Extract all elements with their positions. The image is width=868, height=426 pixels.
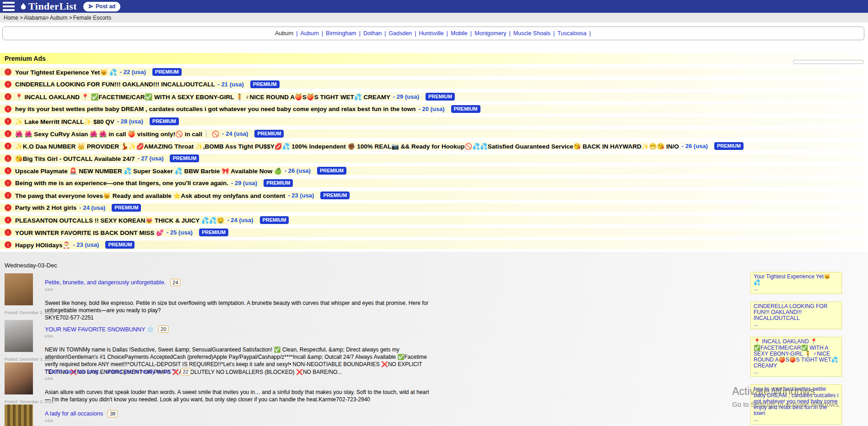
premium-badge[interactable]: PREMIUM [112, 204, 141, 212]
premium-ad-title-link[interactable]: PLEASANTON OUTCALLS !! SEXY KOREAN😻 THIC… [15, 217, 224, 224]
bump-up-icon [5, 106, 11, 112]
sidebar-ad-box[interactable]: CINDERELLA LOOKING FOR FUN!!! OAKLAND!!!… [750, 302, 842, 330]
premium-ad-row: ✨ Lake Merritt INCALL✨ $80 QV - 28 (usa)… [0, 117, 864, 126]
listing-title-link[interactable]: ""Don't stare too long… unless you're re… [45, 368, 176, 375]
premium-ad-row: 📍 INCALL OAKLAND 📍 ✅FACETIME/CAR✅ WITH A… [0, 92, 864, 101]
premium-ad-age-location: - 23 (usa) [73, 241, 99, 248]
premium-ad-age-location: - 23 (usa) [288, 192, 314, 199]
premium-ad-title-link[interactable]: Being with me is an experience—one that … [15, 180, 228, 186]
paper-plane-icon [88, 4, 94, 9]
top-navigation-bar: TinderList Post ad [0, 0, 868, 13]
premium-badge[interactable]: PREMIUM [105, 241, 135, 249]
breadcrumb-link[interactable]: Home > [4, 15, 23, 21]
premium-ad-title-link[interactable]: Upscale Playmate 🚨 NEW NUMBER 💦 Super So… [15, 167, 282, 175]
horizontal-scrollbar-thumb[interactable] [793, 60, 864, 64]
premium-ad-title-link[interactable]: Your Tightest Experience Yet😼 💦 [15, 69, 117, 76]
city-separator: | [359, 30, 361, 37]
listing-country: USA [45, 419, 434, 423]
premium-badge[interactable]: PREMIUM [152, 68, 182, 76]
listing-thumbnail[interactable] [5, 273, 33, 305]
post-ad-label: Post ad [96, 3, 115, 10]
listing-title-link[interactable]: YOUR NEW FAVORITE SNOWBUNNY ❄️ [45, 326, 154, 333]
sidebar-ad-ellipsis: ... [754, 369, 839, 375]
city-link[interactable]: Auburn [275, 30, 293, 37]
city-link[interactable]: Birmingham [326, 30, 356, 37]
listing-title-link[interactable]: Petite, brunette, and dangerously unforg… [45, 279, 166, 286]
premium-ad-age-location: - 26 (usa) [682, 143, 708, 149]
posted-date: Posted: December 3, 2025 [5, 399, 54, 404]
premium-badge[interactable]: PREMIUM [426, 93, 455, 101]
listing-title-link[interactable]: A lady for all occasions [45, 410, 103, 417]
daily-listings-section: Wednesday-03-Dec Petite, brunette, and d… [0, 252, 868, 426]
bump-up-icon [5, 241, 11, 248]
premium-badge[interactable]: PREMIUM [714, 142, 744, 150]
premium-badge[interactable]: PREMIUM [317, 167, 346, 175]
premium-badge[interactable]: PREMIUM [264, 179, 293, 187]
sidebar-ad-box[interactable]: Your Tightest Experience Yet😼 💦 ... [750, 272, 842, 294]
premium-badge[interactable]: PREMIUM [451, 105, 480, 113]
city-separator: | [553, 30, 555, 37]
city-separator: | [296, 30, 297, 37]
city-link[interactable]: Gadsden [389, 30, 412, 37]
premium-ads-sidebar: Your Tightest Experience Yet😼 💦 ... CIND… [750, 272, 842, 426]
premium-ad-title-link[interactable]: hey its your best wettes petite baby DRE… [15, 106, 415, 112]
city-separator: | [415, 30, 416, 37]
premium-ad-title-link[interactable]: 🌺 🌺 Sexy CuRvy Asian 🌺 🌺 in call 🍑 visit… [15, 130, 219, 138]
premium-badge[interactable]: PREMIUM [320, 192, 350, 199]
hamburger-menu-icon[interactable] [3, 2, 15, 11]
city-link[interactable]: Tuscaloosa [557, 30, 586, 37]
premium-ad-title-link[interactable]: ✨ Lake Merritt INCALL✨ $80 QV [15, 118, 114, 125]
premium-ad-row: YOUR WINTER FAVORITE IS BACK DONT MISS 💕… [0, 228, 864, 237]
listing-row: Petite, brunette, and dangerously unforg… [5, 273, 618, 322]
premium-ad-age-location: - 26 (usa) [285, 167, 311, 174]
city-link[interactable]: Dothan [363, 30, 382, 37]
premium-badge[interactable]: PREMIUM [254, 130, 284, 138]
premium-ad-row: Your Tightest Experience Yet😼 💦 - 22 (us… [0, 68, 864, 76]
bump-up-icon [5, 229, 11, 236]
sidebar-ad-box[interactable]: 📍 INCALL OAKLAND 📍 ✅FACETIME/CAR✅ WITH A… [750, 337, 842, 377]
premium-ad-title-link[interactable]: Party with 2 Hot girls [15, 204, 76, 211]
premium-badge[interactable]: PREMIUM [199, 229, 228, 236]
premium-ad-age-location: - 28 (usa) [117, 118, 143, 125]
premium-ad-title-link[interactable]: 📍 INCALL OAKLAND 📍 ✅FACETIME/CAR✅ WITH A… [15, 93, 390, 101]
city-separator: | [447, 30, 448, 37]
flame-icon [19, 2, 27, 11]
breadcrumb-link[interactable]: Auburn > [50, 15, 72, 21]
breadcrumb-link[interactable]: Female Escorts [73, 15, 111, 21]
listing-thumbnail[interactable] [5, 362, 33, 394]
bump-up-icon [5, 180, 11, 186]
sidebar-ad-box[interactable]: hey its your best wettes petite baby DRE… [750, 384, 842, 424]
post-ad-button[interactable]: Post ad [83, 2, 120, 11]
premium-badge[interactable]: PREMIUM [170, 154, 199, 162]
listing-thumbnail[interactable] [5, 405, 33, 426]
premium-ad-title-link[interactable]: 😘Big Tits Girl - OUTCALL Available 24/7 [15, 155, 135, 162]
premium-ad-age-location: - 25 (usa) [167, 229, 193, 236]
city-link[interactable]: Montgomery [474, 30, 506, 37]
premium-ad-title-link[interactable]: ✨K.O Daa NUMBER 👑 PROVIDER 💃✨💋AMAZING Th… [15, 143, 679, 150]
city-link[interactable]: Mobile [451, 30, 468, 37]
sidebar-ad-title: Your Tightest Experience Yet😼 💦 [754, 274, 839, 286]
premium-ad-title-link[interactable]: CINDERELLA LOOKING FOR FUN!!! OAKLAND!!!… [15, 81, 215, 88]
breadcrumb-link[interactable]: Alabama> [24, 15, 49, 21]
brand-logo[interactable]: TinderList [19, 1, 77, 11]
city-link[interactable]: Muscle Shoals [513, 30, 550, 37]
premium-ad-title-link[interactable]: YOUR WINTER FAVORITE IS BACK DONT MISS 💕 [15, 229, 164, 236]
premium-badge[interactable]: PREMIUM [260, 216, 289, 224]
premium-ad-age-location: - 20 (usa) [418, 106, 444, 112]
premium-ad-row: hey its your best wettes petite baby DRE… [0, 105, 864, 113]
city-link[interactable]: Auburn [301, 30, 319, 37]
listing-thumbnail[interactable] [5, 320, 33, 352]
premium-badge[interactable]: PREMIUM [150, 117, 179, 125]
premium-ad-row: Being with me is an experience—one that … [0, 179, 864, 187]
listing-country: USA [45, 334, 434, 338]
city-link[interactable]: Huntsville [419, 30, 444, 37]
premium-ad-title-link[interactable]: Happy HOlidays🎅 [15, 241, 70, 249]
listing-description: Asian allure with curves that speak loud… [45, 389, 434, 403]
age-badge: 38 [108, 410, 118, 417]
listing-row: A lady for all occasions 38 USA [5, 405, 618, 423]
premium-ad-title-link[interactable]: The pawg that everyone loves😼 Ready and … [15, 192, 285, 199]
premium-badge[interactable]: PREMIUM [250, 80, 280, 88]
sidebar-ad-ellipsis: ... [754, 286, 839, 292]
listing-row: ""Don't stare too long… unless you're re… [5, 362, 618, 403]
listing-country: USA [45, 288, 434, 292]
